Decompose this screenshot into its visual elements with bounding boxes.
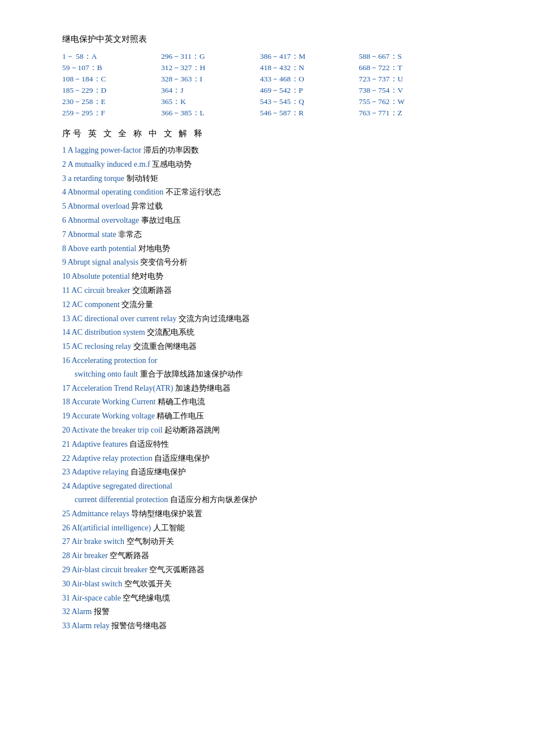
list-item: 30 Air-blast switch 空气吹弧开关	[62, 577, 489, 591]
entry-english: AC reclosing relay	[72, 342, 133, 351]
entry-english: Absolute potential	[72, 272, 132, 280]
list-item: 29 Air-blast circuit breaker 空气灭弧断路器	[62, 563, 489, 577]
list-item: 26 AI(artificial intelligence) 人工智能	[62, 521, 489, 535]
entry-chinese: 交流重合闸继电器	[133, 342, 197, 351]
entry-chinese: 互感电动势	[152, 160, 192, 169]
list-item: 2 A mutualky induced e.m.f 互感电动势	[62, 158, 489, 171]
list-item: 21 Adaptive features 自适应特性	[62, 438, 489, 451]
entry-chinese: 空气制动开关	[127, 537, 174, 546]
entry-number: 18	[62, 398, 72, 406]
index-cell: 364：J	[161, 85, 260, 96]
list-item: 15 AC reclosing relay 交流重合闸继电器	[62, 340, 489, 353]
entry-english: Air breaker	[72, 551, 110, 560]
index-cell: 365：K	[161, 97, 260, 107]
list-item: 27 Air brake switch 空气制动开关	[62, 535, 489, 548]
entry-chinese: 空气断路器	[110, 551, 149, 560]
list-item: 32 Alarm 报警	[62, 605, 489, 619]
entry-number: 21	[62, 440, 72, 448]
entry-english: Accurate Working voltage	[72, 412, 157, 420]
entry-number: 22	[62, 454, 72, 463]
entry-english: Abnormal overvoltage	[68, 216, 141, 224]
index-cell: 738－754：V	[359, 85, 458, 96]
entry-chinese: 制动转矩	[127, 174, 158, 183]
entry-chinese: 非常态	[118, 230, 142, 239]
index-cell: 723－737：U	[359, 74, 458, 84]
list-item: 23 Adaptive relaying 自适应继电保护	[62, 465, 489, 479]
entry-chinese: 异常过载	[131, 202, 163, 210]
entry-english: Activate the breaker trip coil	[72, 426, 164, 434]
index-cell: 108－184：C	[62, 74, 161, 84]
entry-number: 19	[62, 412, 72, 420]
index-cell: 59－107：B	[62, 63, 161, 73]
entry-chinese: 报警	[94, 607, 110, 616]
section-header: 序号 英 文 全 称 中 文 解 释	[62, 128, 489, 139]
entry-number: 23	[62, 468, 72, 476]
entry-english: AC circuit breaker	[71, 286, 132, 295]
entry-chinese: 事故过电压	[141, 216, 181, 224]
entry-english: Adaptive relaying	[72, 468, 131, 476]
entry-number: 28	[62, 551, 72, 560]
index-cell: 763－771：Z	[359, 108, 458, 118]
entry-number: 30	[62, 580, 72, 588]
entry-english: Adaptive segregated directional	[72, 482, 172, 490]
entry-number: 13	[62, 314, 72, 323]
entry-chinese: 自适应继电保护	[154, 454, 210, 463]
entry-chinese: 自适应分相方向纵差保护	[170, 495, 257, 504]
list-item: 16 Accelerating protection forswitching …	[62, 354, 489, 381]
list-item: 7 Abnormal state 非常态	[62, 228, 489, 241]
entry-number: 33	[62, 621, 72, 630]
list-item: 11 AC circuit breaker 交流断路器	[62, 284, 489, 297]
entries-list: 1 A lagging power-factor 滞后的功率因数2 A mutu…	[62, 144, 489, 633]
list-item: 8 Above earth potential 对地电势	[62, 242, 489, 256]
index-cell: 1－ 58：A	[62, 51, 161, 62]
index-cell: 668－722：T	[359, 63, 458, 73]
index-row: 108－184：C328－363：I433－468：O723－737：U	[62, 74, 489, 84]
entry-english: Abnormal operating condition	[68, 188, 166, 196]
entry-english: Accelerating protection for	[72, 356, 158, 365]
index-cell: 469－542：P	[260, 85, 359, 96]
index-cell: 433－468：O	[260, 74, 359, 84]
entry-number: 10	[62, 272, 72, 280]
list-item: 20 Activate the breaker trip coil 起动断路器跳…	[62, 424, 489, 437]
entry-english: Alarm relay	[72, 621, 112, 630]
list-item: 18 Accurate Working Current 精确工作电流	[62, 395, 489, 409]
list-item: 25 Admittance relays 导纳型继电保护装置	[62, 507, 489, 521]
list-item: 6 Abnormal overvoltage 事故过电压	[62, 214, 489, 227]
index-cell: 296－311：G	[161, 51, 260, 62]
entry-chinese: 交流分量	[121, 300, 153, 309]
entry-english: Accurate Working Current	[72, 398, 158, 406]
index-row: 1－ 58：A296－311：G386－417：M588－667：S	[62, 51, 489, 62]
list-item: 10 Absolute potential 绝对电势	[62, 270, 489, 283]
entry-chinese: 自适应特性	[129, 440, 169, 448]
entry-english: AC directional over current relay	[72, 314, 179, 323]
entry-number: 27	[62, 537, 72, 546]
entry-number: 16	[62, 356, 72, 365]
list-item: 9 Abrupt signal analysis 突变信号分析	[62, 256, 489, 269]
entry-number: 24	[62, 482, 72, 490]
entry-number: 17	[62, 384, 72, 392]
index-row: 259－295：F366－385：L546－587：R763－771：Z	[62, 108, 489, 118]
entry-english: A mutualky induced e.m.f	[68, 160, 152, 169]
index-table: 1－ 58：A296－311：G386－417：M588－667：S 59－10…	[62, 51, 489, 118]
entry-chinese: 滞后的功率因数	[144, 146, 199, 154]
entry-number: 11	[62, 286, 71, 295]
entry-chinese: 报警信号继电器	[111, 621, 167, 630]
entry-english: Admittance relays	[72, 509, 132, 518]
entry-chinese: 精确工作电流	[158, 398, 205, 406]
list-item: 3 a retarding torque 制动转矩	[62, 172, 489, 185]
entry-chinese: 自适应继电保护	[131, 468, 186, 476]
entry-number: 15	[62, 342, 72, 351]
list-item: 5 Abnormal overload 异常过载	[62, 200, 489, 213]
index-cell: 386－417：M	[260, 51, 359, 62]
entry-english-continued: switching onto fault	[75, 370, 140, 378]
list-item: 28 Air breaker 空气断路器	[62, 549, 489, 563]
entry-english: AI(artificial intelligence)	[72, 524, 153, 532]
entry-chinese: 不正常运行状态	[166, 188, 221, 196]
entry-english-continued: current differential protection	[75, 495, 170, 504]
index-row: 185－229：D364：J469－542：P738－754：V	[62, 85, 489, 96]
list-item: 1 A lagging power-factor 滞后的功率因数	[62, 144, 489, 157]
entry-chinese: 重合于故障线路加速保护动作	[140, 370, 243, 378]
entry-number: 5	[62, 202, 68, 210]
entry-number: 26	[62, 524, 72, 532]
index-row: 59－107：B312－327：H418－432：N668－722：T	[62, 63, 489, 73]
